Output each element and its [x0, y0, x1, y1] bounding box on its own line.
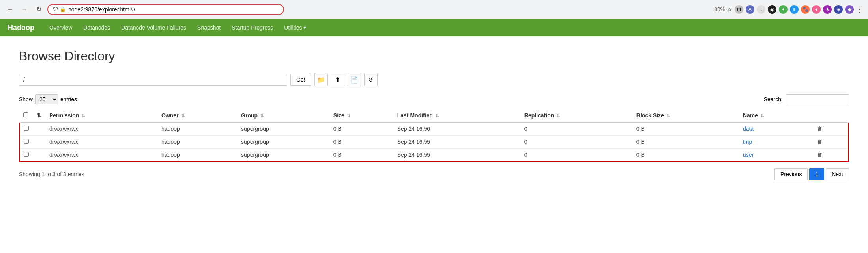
permission-sort-icon: ⇅	[81, 113, 85, 118]
navbar-brand: Hadoop	[8, 24, 34, 32]
search-label: Search:	[764, 96, 783, 102]
name-sort-icon: ⇅	[760, 113, 764, 118]
nav-snapshot[interactable]: Snapshot	[192, 20, 226, 35]
nav-datanode-volume-failures[interactable]: Datanode Volume Failures	[116, 20, 192, 35]
show-entries-control: Show 10 25 50 100 entries	[19, 94, 77, 104]
ext-icon-1[interactable]: ⊡	[735, 5, 743, 14]
table-footer: Showing 1 to 3 of 3 entries Previous 1 N…	[19, 168, 849, 180]
col-size[interactable]: Size ⇅	[329, 109, 393, 122]
shield-icon: 🛡	[53, 6, 58, 12]
ext-icon-4[interactable]: ◉	[768, 5, 776, 14]
nav-startup-progress[interactable]: Startup Progress	[226, 20, 279, 35]
directory-table: ⇅ Permission ⇅ Owner ⇅ Group ⇅ Size ⇅	[19, 109, 849, 162]
ext-icon-7[interactable]: 🐾	[801, 5, 810, 14]
table-row: drwxrwxrwx hadoop supergroup 0 B Sep 24 …	[19, 149, 849, 162]
zoom-level: 80%	[715, 6, 725, 12]
nav-datanodes[interactable]: Datanodes	[78, 20, 116, 35]
doc-button[interactable]: 📄	[348, 73, 361, 86]
page-1-button[interactable]: 1	[809, 168, 824, 180]
entries-label: entries	[60, 96, 77, 102]
row-checkbox[interactable]	[24, 126, 29, 131]
path-input[interactable]	[19, 74, 287, 86]
table-controls: Show 10 25 50 100 entries Search:	[19, 94, 849, 104]
ext-icon-5[interactable]: ✦	[779, 5, 788, 14]
select-all-checkbox[interactable]	[23, 112, 28, 117]
address-bar: 🛡 🔒 node2:9870/explorer.html#/	[47, 4, 284, 15]
ext-icon-3[interactable]: ↓	[757, 5, 765, 14]
main-content: Browse Directory Go! 📁 ⬆ 📄 ↺ Show 10 25 …	[0, 36, 868, 193]
entries-select[interactable]: 10 25 50 100	[35, 94, 58, 104]
delete-icon[interactable]: 🗑	[817, 152, 823, 158]
next-button[interactable]: Next	[826, 168, 849, 180]
dropdown-arrow-icon: ▾	[303, 24, 306, 31]
ext-icon-10[interactable]: ◈	[834, 5, 843, 14]
owner-sort-icon: ⇅	[181, 113, 185, 118]
browser-menu-button[interactable]: ⋮	[856, 5, 863, 14]
col-permission[interactable]: Permission ⇅	[45, 109, 157, 122]
ext-icon-9[interactable]: ★	[823, 5, 832, 14]
go-button[interactable]: Go!	[290, 74, 311, 86]
security-icon: 🔒	[60, 6, 66, 12]
browser-chrome: ← → ↻ 🛡 🔒 node2:9870/explorer.html#/ 80%…	[0, 0, 868, 19]
page-title: Browse Directory	[19, 49, 849, 63]
row-checkbox[interactable]	[24, 152, 29, 157]
back-button[interactable]: ←	[5, 4, 16, 15]
col-block-size[interactable]: Block Size ⇅	[632, 109, 739, 122]
block-size-sort-icon: ⇅	[666, 113, 670, 118]
col-last-modified[interactable]: Last Modified ⇅	[393, 109, 520, 122]
nav-overview[interactable]: Overview	[44, 20, 78, 35]
pagination: Previous 1 Next	[774, 168, 849, 180]
sort-icon: ⇅	[37, 112, 41, 119]
delete-icon[interactable]: 🗑	[817, 126, 823, 132]
replication-sort-icon: ⇅	[556, 113, 560, 118]
ext-icon-8[interactable]: ♦	[812, 5, 821, 14]
search-input[interactable]	[786, 94, 849, 104]
name-link[interactable]: data	[743, 126, 754, 132]
col-owner[interactable]: Owner ⇅	[157, 109, 237, 122]
name-link[interactable]: user	[743, 152, 754, 158]
prev-button[interactable]: Previous	[774, 168, 808, 180]
folder-icon: 📁	[317, 76, 325, 84]
table-row: drwxrwxrwx hadoop supergroup 0 B Sep 24 …	[19, 122, 849, 136]
ext-icon-6[interactable]: ≡	[790, 5, 799, 14]
col-replication[interactable]: Replication ⇅	[520, 109, 632, 122]
show-label: Show	[19, 96, 33, 102]
table-body: drwxrwxrwx hadoop supergroup 0 B Sep 24 …	[19, 122, 849, 162]
upload-button[interactable]: ⬆	[331, 73, 344, 86]
group-sort-icon: ⇅	[260, 113, 264, 118]
path-bar: Go! 📁 ⬆ 📄 ↺	[19, 73, 849, 86]
doc-icon: 📄	[350, 76, 358, 84]
refresh-button[interactable]: ↺	[364, 73, 378, 86]
table-header: ⇅ Permission ⇅ Owner ⇅ Group ⇅ Size ⇅	[19, 109, 849, 122]
refresh-icon: ↺	[368, 76, 373, 84]
search-area: Search:	[764, 94, 849, 104]
browser-right-controls: 80% ☆ ⊡ A ↓ ◉ ✦ ≡ 🐾 ♦ ★ ◈ ◆ ⋮	[715, 5, 863, 14]
nav-utilities[interactable]: Utilities ▾	[279, 20, 312, 35]
entries-info: Showing 1 to 3 of 3 entries	[19, 171, 84, 177]
ext-icon-2[interactable]: A	[746, 5, 754, 14]
folder-button[interactable]: 📁	[314, 73, 328, 86]
forward-button[interactable]: →	[19, 4, 30, 15]
col-name[interactable]: Name ⇅	[739, 109, 813, 122]
table-row: drwxrwxrwx hadoop supergroup 0 B Sep 24 …	[19, 136, 849, 149]
upload-icon: ⬆	[335, 76, 340, 84]
size-sort-icon: ⇅	[347, 113, 350, 118]
star-icon[interactable]: ☆	[727, 6, 732, 13]
col-sort[interactable]: ⇅	[33, 109, 45, 122]
url-text[interactable]: node2:9870/explorer.html#/	[68, 6, 279, 13]
navbar: Hadoop Overview Datanodes Datanode Volum…	[0, 19, 868, 36]
reload-button[interactable]: ↻	[33, 4, 44, 15]
last-modified-sort-icon: ⇅	[435, 113, 439, 118]
row-checkbox[interactable]	[24, 139, 29, 144]
col-group[interactable]: Group ⇅	[237, 109, 329, 122]
delete-icon[interactable]: 🗑	[817, 139, 823, 145]
col-actions	[813, 109, 849, 122]
ext-icon-11[interactable]: ◆	[845, 5, 854, 14]
name-link[interactable]: tmp	[743, 139, 752, 145]
